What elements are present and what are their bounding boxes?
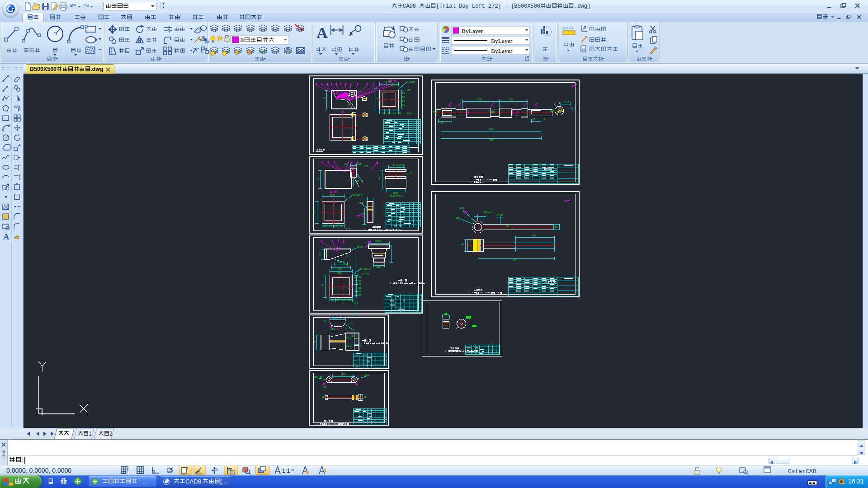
svg-text:0: 0: [458, 216, 460, 219]
svg-text:0: 0: [492, 128, 494, 131]
svg-text:0: 0: [403, 96, 405, 99]
svg-text:8: 8: [332, 299, 334, 301]
svg-text:3: 3: [568, 101, 570, 103]
svg-text:.: .: [349, 345, 349, 347]
svg-text:0: 0: [516, 259, 517, 262]
svg-text:0: 0: [511, 98, 513, 101]
svg-text:0: 0: [344, 373, 346, 375]
svg-text:2: 2: [365, 396, 367, 398]
svg-text:0: 0: [368, 273, 369, 276]
svg-text:A: A: [554, 102, 556, 104]
svg-text:5: 5: [350, 345, 352, 347]
svg-text:0: 0: [334, 328, 335, 330]
svg-text:.: .: [491, 211, 491, 214]
svg-text:ByLayer: ByLayer: [491, 38, 513, 44]
svg-text:4: 4: [341, 261, 342, 263]
svg-text:.: .: [362, 343, 362, 345]
svg-text:8: 8: [360, 279, 361, 282]
svg-text:4: 4: [341, 267, 342, 270]
svg-text:8: 8: [344, 299, 345, 301]
svg-text:0: 0: [534, 117, 535, 120]
svg-text:5: 5: [411, 172, 412, 175]
svg-text:5: 5: [362, 202, 363, 204]
svg-text:.: .: [368, 267, 368, 270]
svg-text:.: .: [355, 335, 355, 338]
svg-text:0: 0: [402, 194, 404, 197]
svg-text:0: 0: [410, 112, 411, 115]
svg-text:5: 5: [319, 252, 321, 255]
svg-text:5: 5: [356, 335, 358, 338]
svg-text:B: B: [489, 291, 491, 294]
svg-text:5: 5: [436, 110, 437, 113]
svg-text:4: 4: [480, 98, 481, 101]
svg-text:-: -: [330, 423, 331, 425]
svg-text:8: 8: [360, 286, 361, 289]
svg-text:5: 5: [317, 177, 319, 180]
svg-text:.: .: [365, 164, 366, 167]
svg-text:1:1: 1:1: [282, 468, 290, 474]
svg-text:8: 8: [544, 117, 545, 120]
svg-text:5: 5: [349, 228, 350, 230]
svg-text:-: -: [408, 172, 409, 175]
svg-text:0: 0: [361, 246, 363, 249]
svg-text:8: 8: [360, 276, 361, 278]
svg-text:5: 5: [363, 213, 364, 216]
svg-text:0: 0: [557, 225, 558, 228]
svg-text:0: 0: [462, 243, 464, 246]
svg-text:5: 5: [379, 176, 380, 179]
svg-text:6: 6: [575, 108, 576, 110]
svg-text:.: .: [318, 423, 318, 425]
svg-text:ByLayer: ByLayer: [491, 47, 513, 54]
svg-text:-: -: [363, 267, 364, 270]
svg-text:5: 5: [350, 337, 352, 339]
svg-text:0: 0: [379, 266, 381, 268]
svg-text:5: 5: [367, 164, 368, 167]
svg-text:5: 5: [357, 301, 358, 304]
svg-text:5: 5: [360, 163, 362, 165]
svg-text:0: 0: [383, 112, 385, 115]
svg-text:5: 5: [369, 267, 371, 270]
svg-text:8: 8: [403, 164, 405, 167]
svg-text:0: 0: [493, 139, 494, 141]
svg-text:-: -: [355, 194, 356, 197]
svg-text:M: M: [341, 110, 344, 113]
svg-text:0: 0: [396, 83, 397, 86]
svg-text:.: .: [391, 282, 392, 285]
svg-text:.: .: [349, 337, 349, 339]
svg-text:4: 4: [347, 263, 348, 266]
svg-text:g: g: [321, 375, 323, 378]
svg-text:.: .: [567, 101, 567, 103]
svg-text:0: 0: [534, 234, 536, 237]
svg-text:4: 4: [368, 374, 369, 377]
svg-text:-: -: [318, 375, 319, 378]
svg-text:0: 0: [336, 316, 338, 319]
svg-text:8: 8: [241, 37, 244, 43]
svg-text:.: .: [472, 178, 472, 181]
svg-text:0: 0: [389, 112, 390, 115]
svg-text:.: .: [360, 194, 361, 197]
svg-text:6: 6: [462, 206, 464, 209]
svg-text:8: 8: [360, 290, 361, 293]
svg-text:8: 8: [349, 299, 351, 301]
svg-text:8: 8: [341, 225, 343, 227]
svg-text:-: -: [408, 80, 409, 83]
svg-text:0: 0: [340, 272, 342, 274]
svg-text:.: .: [574, 108, 574, 110]
svg-text:5: 5: [553, 110, 554, 113]
svg-text:GstarCAD: GstarCAD: [788, 468, 816, 475]
svg-text:0: 0: [494, 111, 495, 113]
svg-text:.: .: [470, 291, 470, 294]
svg-text:0: 0: [403, 104, 405, 107]
svg-text:8: 8: [338, 299, 340, 301]
svg-text:0: 0: [403, 100, 405, 103]
svg-text:0: 0: [403, 92, 405, 94]
svg-text:5: 5: [351, 323, 353, 326]
svg-text:9: 9: [502, 213, 504, 216]
svg-text:5: 5: [321, 284, 323, 286]
svg-text:5: 5: [377, 97, 378, 100]
svg-text:8: 8: [360, 283, 361, 286]
svg-text:4: 4: [442, 122, 443, 124]
svg-text:8: 8: [330, 225, 331, 227]
svg-text:1: 1: [492, 211, 494, 214]
svg-text:5: 5: [324, 97, 326, 99]
